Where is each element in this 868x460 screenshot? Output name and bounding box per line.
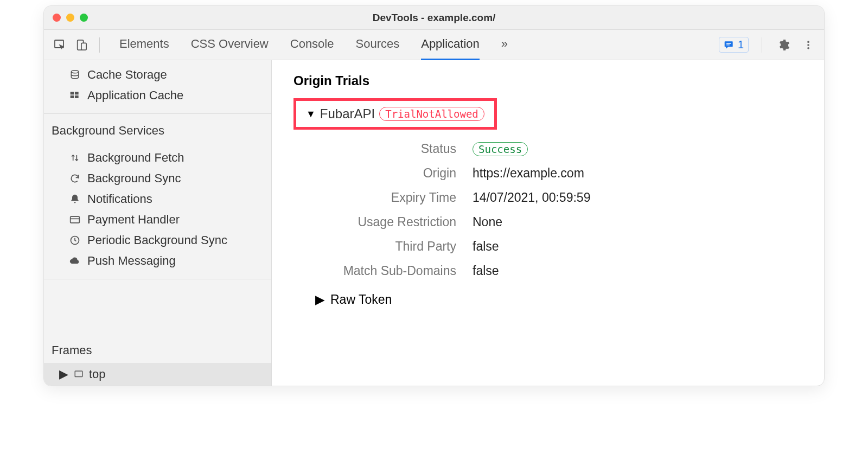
tabs-overflow[interactable]: » (501, 29, 508, 60)
sidebar-item-label: Payment Handler (87, 213, 180, 227)
sidebar-item-label: Periodic Background Sync (87, 233, 227, 247)
separator (762, 37, 762, 53)
raw-token-row[interactable]: ▶ Raw Token (315, 292, 802, 307)
card-icon (69, 214, 81, 225)
application-sidebar: Cache Storage Application Cache Backgrou… (44, 60, 272, 386)
tab-elements[interactable]: Elements (119, 29, 169, 60)
frame-icon (74, 369, 84, 379)
tab-css-overview[interactable]: CSS Overview (191, 29, 269, 60)
detail-value: false (473, 239, 802, 254)
sync-icon (69, 173, 81, 184)
devtools-toolbar: Elements CSS Overview Console Sources Ap… (44, 30, 824, 60)
detail-key: Expiry Time (293, 190, 456, 205)
frames-item-top[interactable]: ▶ top (44, 363, 271, 386)
origin-trial-name: FubarAPI (320, 106, 375, 122)
svg-rect-3 (726, 43, 731, 43)
detail-value: false (473, 264, 802, 278)
sidebar-item-label: Background Sync (87, 171, 181, 186)
detail-key: Status (293, 142, 456, 156)
tab-console[interactable]: Console (290, 29, 334, 60)
detail-value: 14/07/2021, 00:59:59 (473, 190, 802, 205)
svg-point-7 (807, 47, 809, 49)
svg-rect-12 (75, 95, 79, 98)
sidebar-item-label: Push Messaging (87, 254, 176, 268)
svg-rect-2 (81, 43, 86, 50)
content-area: Cache Storage Application Cache Backgrou… (44, 60, 824, 386)
bell-icon (69, 194, 81, 205)
issues-count: 1 (738, 39, 744, 51)
detail-key: Match Sub-Domains (293, 264, 456, 278)
sidebar-item-push-messaging[interactable]: Push Messaging (44, 251, 271, 271)
tab-sources[interactable]: Sources (355, 29, 399, 60)
svg-rect-4 (726, 44, 730, 45)
sidebar-item-application-cache[interactable]: Application Cache (44, 85, 271, 106)
chevron-right-icon: ▶ (59, 367, 68, 381)
sidebar-section-frames[interactable]: Frames (44, 334, 271, 363)
divider (44, 279, 271, 279)
origin-trials-panel: Origin Trials ▼ FubarAPI TrialNotAllowed… (272, 60, 824, 386)
device-toolbar-icon[interactable] (73, 37, 90, 53)
svg-point-6 (807, 44, 809, 46)
tab-application[interactable]: Application (421, 29, 480, 60)
panel-heading: Origin Trials (293, 73, 802, 88)
grid-icon (69, 90, 81, 101)
kebab-menu-icon[interactable] (800, 37, 816, 53)
sidebar-section-background-services[interactable]: Background Services (44, 114, 271, 143)
sidebar-item-label: Background Fetch (87, 151, 184, 165)
clock-icon (69, 235, 81, 246)
database-icon (69, 69, 81, 80)
sidebar-item-label: Notifications (87, 192, 152, 206)
sidebar-item-background-fetch[interactable]: Background Fetch (44, 148, 271, 168)
close-icon[interactable] (53, 14, 61, 22)
frames-item-label: top (89, 367, 106, 381)
traffic-lights (53, 14, 88, 22)
sidebar-item-payment-handler[interactable]: Payment Handler (44, 209, 271, 230)
issues-badge[interactable]: 1 (719, 37, 749, 53)
minimize-icon[interactable] (66, 14, 74, 22)
svg-rect-15 (75, 371, 82, 377)
sidebar-item-label: Application Cache (87, 88, 183, 103)
sidebar-item-label: Cache Storage (87, 68, 167, 82)
status-badge: Success (473, 142, 528, 156)
separator (99, 37, 100, 53)
sidebar-item-background-sync[interactable]: Background Sync (44, 168, 271, 189)
chevron-right-icon: ▶ (315, 292, 325, 307)
sidebar-item-cache-storage[interactable]: Cache Storage (44, 65, 271, 85)
raw-token-label: Raw Token (330, 292, 392, 307)
svg-rect-13 (71, 216, 80, 223)
status-badge: TrialNotAllowed (379, 107, 484, 121)
inspect-element-icon[interactable] (52, 37, 68, 53)
updown-arrows-icon (69, 152, 81, 163)
svg-point-8 (71, 71, 78, 73)
detail-value: None (473, 215, 802, 229)
svg-rect-9 (71, 92, 74, 94)
sidebar-item-notifications[interactable]: Notifications (44, 189, 271, 209)
origin-trial-row[interactable]: ▼ FubarAPI TrialNotAllowed (293, 98, 497, 130)
svg-point-5 (807, 41, 809, 43)
devtools-window: DevTools - example.com/ Elements CSS Ove… (43, 5, 825, 386)
sidebar-item-periodic-background-sync[interactable]: Periodic Background Sync (44, 230, 271, 251)
svg-rect-11 (71, 95, 74, 98)
cloud-icon (69, 255, 81, 266)
gear-icon[interactable] (775, 37, 792, 53)
detail-value: https://example.com (473, 166, 802, 181)
svg-rect-10 (75, 92, 79, 94)
detail-key: Third Party (293, 239, 456, 254)
origin-trial-details: Status Success Origin https://example.co… (293, 142, 802, 278)
window-title: DevTools - example.com/ (44, 12, 824, 24)
detail-key: Origin (293, 166, 456, 181)
titlebar: DevTools - example.com/ (44, 6, 824, 30)
detail-key: Usage Restriction (293, 215, 456, 229)
panel-tabs: Elements CSS Overview Console Sources Ap… (119, 29, 508, 60)
zoom-icon[interactable] (80, 14, 88, 22)
chevron-down-icon: ▼ (306, 108, 316, 120)
